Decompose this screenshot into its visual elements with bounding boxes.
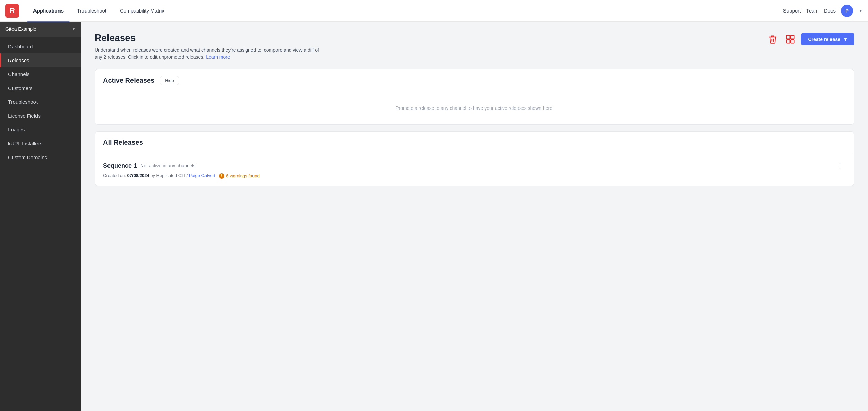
sidebar-item-kurl-installers[interactable]: kURL Installers: [0, 137, 81, 150]
release-author-link[interactable]: Paige Calvert: [189, 173, 215, 178]
app-selector-label: Gitea Example: [5, 26, 37, 32]
compare-icon: [785, 34, 795, 44]
app-selector-chevron-icon: ▼: [72, 27, 76, 31]
topnav-docs[interactable]: Docs: [824, 8, 836, 14]
release-status: Not active in any channels: [140, 163, 195, 168]
learn-more-link[interactable]: Learn more: [206, 54, 230, 60]
sidebar: Gitea Example ▼ Dashboard Releases Chann…: [0, 22, 81, 411]
sidebar-item-images[interactable]: Images: [0, 123, 81, 137]
sidebar-item-dashboard[interactable]: Dashboard: [0, 40, 81, 53]
active-releases-title: Active Releases: [103, 77, 154, 84]
svg-rect-0: [787, 35, 790, 39]
table-row[interactable]: Sequence 1 Not active in any channels ⋮ …: [95, 153, 854, 186]
release-title-group: Sequence 1 Not active in any channels: [103, 162, 195, 169]
release-kebab-menu[interactable]: ⋮: [834, 160, 846, 171]
app-layout: Gitea Example ▼ Dashboard Releases Chann…: [0, 22, 868, 411]
sidebar-item-license-fields[interactable]: License Fields: [0, 109, 81, 123]
svg-rect-1: [791, 35, 794, 39]
page-title: Releases: [95, 32, 324, 43]
sidebar-item-custom-domains[interactable]: Custom Domains: [0, 150, 81, 164]
main-content: Releases Understand when releases were c…: [81, 22, 868, 411]
topnav-items: Applications Troubleshoot Compatibility …: [27, 5, 783, 16]
create-release-chevron-icon: ▼: [843, 37, 848, 42]
topnav-team[interactable]: Team: [806, 8, 819, 14]
topnav-item-troubleshoot[interactable]: Troubleshoot: [71, 5, 113, 16]
topnav: R Applications Troubleshoot Compatibilit…: [0, 0, 868, 22]
all-releases-header: All Releases: [95, 132, 854, 153]
svg-rect-3: [791, 40, 794, 43]
active-releases-header: Active Releases Hide: [95, 69, 854, 92]
topnav-right: Support Team Docs P ▼: [783, 5, 863, 17]
user-avatar[interactable]: P: [841, 5, 853, 17]
release-sequence: Sequence 1: [103, 162, 137, 169]
page-header-left: Releases Understand when releases were c…: [95, 32, 324, 61]
all-releases-title: All Releases: [103, 139, 143, 146]
avatar-chevron-icon[interactable]: ▼: [859, 8, 863, 13]
sidebar-item-channels[interactable]: Channels: [0, 67, 81, 81]
page-description: Understand when releases were created an…: [95, 47, 324, 61]
app-selector[interactable]: Gitea Example ▼: [0, 22, 81, 37]
delete-icon-button[interactable]: [766, 32, 779, 46]
hide-button[interactable]: Hide: [160, 76, 179, 85]
warning-icon: !: [219, 173, 224, 179]
sidebar-nav: Dashboard Releases Channels Customers Tr…: [0, 37, 81, 167]
active-releases-card: Active Releases Hide Promote a release t…: [95, 69, 854, 125]
sidebar-item-customers[interactable]: Customers: [0, 81, 81, 95]
release-item-header: Sequence 1 Not active in any channels ⋮: [103, 160, 846, 171]
active-releases-empty: Promote a release to any channel to have…: [95, 92, 854, 124]
app-logo[interactable]: R: [5, 4, 19, 18]
topnav-item-applications[interactable]: Applications: [27, 5, 70, 16]
release-date: 07/08/2024: [127, 173, 149, 178]
trash-icon: [768, 34, 777, 44]
create-release-button[interactable]: Create release ▼: [801, 33, 854, 45]
sidebar-item-releases[interactable]: Releases: [0, 53, 81, 67]
release-meta: Created on: 07/08/2024 by Replicated CLI…: [103, 173, 846, 179]
release-warning: ! 6 warnings found: [219, 173, 260, 179]
topnav-support[interactable]: Support: [783, 8, 801, 14]
sidebar-item-troubleshoot[interactable]: Troubleshoot: [0, 95, 81, 109]
topnav-item-compatibility-matrix[interactable]: Compatibility Matrix: [114, 5, 170, 16]
page-header-actions: Create release ▼: [766, 32, 854, 46]
svg-rect-2: [787, 40, 790, 43]
all-releases-card: All Releases Sequence 1 Not active in an…: [95, 131, 854, 186]
page-header: Releases Understand when releases were c…: [95, 32, 854, 61]
diff-icon-button[interactable]: [783, 32, 797, 46]
